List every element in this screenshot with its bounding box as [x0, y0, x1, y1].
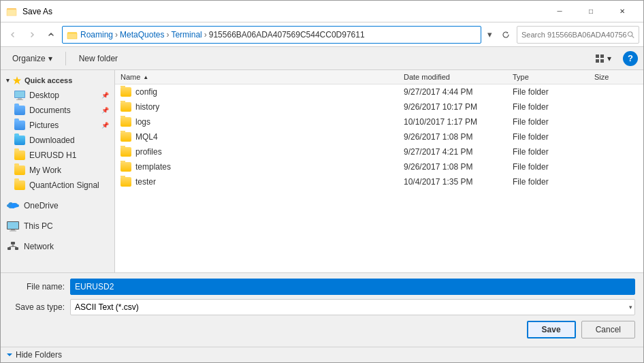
- sidebar-item-onedrive[interactable]: OneDrive: [1, 195, 114, 216]
- view-icon: [595, 54, 605, 63]
- folder-icon: [120, 117, 131, 127]
- title-bar: Save As ─ □ ✕: [1, 1, 643, 22]
- svg-rect-13: [15, 91, 25, 97]
- hide-folders-arrow-icon: [6, 351, 13, 358]
- organize-button[interactable]: Organize ▾: [6, 51, 59, 66]
- quick-access-section: ▾ Quick access: [1, 73, 114, 193]
- pin-icon: 📌: [101, 92, 109, 99]
- file-date-cell: 10/4/2017 1:35 PM: [398, 176, 507, 188]
- file-size-cell: [589, 91, 643, 93]
- file-type-cell: File folder: [507, 116, 589, 128]
- file-size-cell: [589, 106, 643, 108]
- file-type-cell: File folder: [507, 101, 589, 113]
- hide-folders-bar[interactable]: Hide Folders: [1, 347, 643, 362]
- pictures-icon: [14, 120, 25, 131]
- filename-input[interactable]: [70, 279, 635, 295]
- table-row[interactable]: MQL4 9/26/2017 1:08 PM File folder: [115, 129, 643, 144]
- sidebar-item-eurusd[interactable]: EURUSD H1: [1, 148, 114, 163]
- mywork-folder-icon: [14, 165, 25, 176]
- folder-icon: [120, 102, 131, 112]
- back-button[interactable]: [5, 27, 21, 43]
- svg-rect-20: [11, 242, 15, 244]
- breadcrumb-metaquotes[interactable]: MetaQuotes: [120, 30, 164, 40]
- table-row[interactable]: history 9/26/2017 10:17 PM File folder: [115, 99, 643, 114]
- file-name-cell: MQL4: [115, 131, 398, 143]
- svg-rect-10: [600, 59, 604, 63]
- breadcrumb-current: 915566BA06ADA407569C544CC0D97611: [209, 30, 365, 40]
- new-folder-button[interactable]: New folder: [73, 51, 124, 66]
- documents-icon: [14, 105, 25, 116]
- downloaded-icon: [14, 135, 25, 146]
- pin-icon-pics: 📌: [101, 122, 109, 129]
- svg-rect-2: [7, 10, 16, 16]
- col-header-name[interactable]: Name ▲: [115, 70, 398, 84]
- dialog-title: Save As: [22, 7, 544, 16]
- file-name-cell: tester: [115, 176, 398, 188]
- svg-point-5: [628, 31, 632, 36]
- col-header-date[interactable]: Date modified: [398, 70, 507, 84]
- file-name-text: history: [135, 102, 159, 112]
- saveastype-select[interactable]: ASCII Text (*.csv)CSV (*.csv)All Files (…: [70, 299, 635, 315]
- quick-access-header[interactable]: ▾ Quick access: [1, 73, 114, 88]
- svg-rect-19: [10, 231, 16, 232]
- file-size-cell: [589, 180, 643, 183]
- search-box[interactable]: [517, 26, 639, 44]
- dialog-icon: [6, 6, 17, 17]
- thispc-icon: [6, 219, 20, 233]
- sidebar-item-documents[interactable]: Documents 📌: [1, 103, 114, 118]
- forward-button[interactable]: [24, 27, 40, 43]
- file-size-cell: [589, 136, 643, 138]
- file-size-cell: [589, 165, 643, 168]
- sidebar-item-pictures[interactable]: Pictures 📌: [1, 118, 114, 133]
- svg-rect-15: [16, 99, 23, 100]
- save-button[interactable]: Save: [527, 321, 576, 338]
- sidebar-item-downloaded[interactable]: Downloaded: [1, 133, 114, 148]
- svg-marker-26: [7, 353, 12, 356]
- file-date-cell: 10/10/2017 1:17 PM: [398, 116, 507, 128]
- refresh-button[interactable]: [498, 27, 514, 43]
- folder-icon: [120, 162, 131, 172]
- cancel-button[interactable]: Cancel: [581, 321, 635, 338]
- col-header-type[interactable]: Type: [507, 70, 589, 84]
- folder-icon: [120, 177, 131, 187]
- help-button[interactable]: ?: [623, 51, 638, 66]
- table-row[interactable]: config 9/27/2017 4:44 PM File folder: [115, 84, 643, 99]
- collapse-arrow: ▾: [6, 77, 10, 84]
- sidebar-item-desktop[interactable]: Desktop 📌: [1, 88, 114, 103]
- table-row[interactable]: templates 9/26/2017 1:08 PM File folder: [115, 159, 643, 174]
- minimize-button[interactable]: ─: [544, 1, 575, 22]
- toolbar-separator: [65, 52, 66, 65]
- file-date-cell: 9/26/2017 1:08 PM: [398, 131, 507, 143]
- saveastype-wrapper: ASCII Text (*.csv)CSV (*.csv)All Files (…: [70, 299, 635, 315]
- table-row[interactable]: tester 10/4/2017 1:35 PM File folder: [115, 174, 643, 189]
- sidebar-item-thispc[interactable]: This PC: [1, 216, 114, 236]
- main-content: ▾ Quick access: [1, 70, 643, 272]
- search-input[interactable]: [521, 31, 627, 39]
- sidebar-item-mywork[interactable]: My Work: [1, 163, 114, 178]
- col-header-size[interactable]: Size: [589, 70, 643, 84]
- file-type-cell: File folder: [507, 161, 589, 173]
- folder-icon: [120, 132, 131, 142]
- sidebar-item-quantaction[interactable]: QuantAction Signal: [1, 178, 114, 193]
- svg-rect-4: [67, 33, 77, 39]
- file-list-header: Name ▲ Date modified Type Size: [115, 70, 643, 84]
- desktop-icon: [14, 90, 25, 101]
- view-button[interactable]: ▾: [589, 51, 617, 66]
- sidebar-item-network[interactable]: Network: [1, 236, 114, 257]
- breadcrumb[interactable]: Roaming › MetaQuotes › Terminal › 915566…: [62, 26, 481, 44]
- svg-rect-14: [18, 98, 22, 99]
- svg-rect-22: [15, 247, 18, 250]
- folder-icon: [120, 147, 131, 157]
- file-name-cell: history: [115, 101, 398, 113]
- table-row[interactable]: profiles 9/27/2017 4:21 PM File folder: [115, 144, 643, 159]
- breadcrumb-terminal[interactable]: Terminal: [171, 30, 202, 40]
- maximize-button[interactable]: □: [575, 1, 607, 22]
- close-button[interactable]: ✕: [607, 1, 638, 22]
- bottom-bar: File name: Save as type: ASCII Text (*.c…: [1, 272, 643, 344]
- breadcrumb-roaming[interactable]: Roaming: [80, 30, 113, 40]
- file-name-text: profiles: [135, 147, 162, 157]
- file-type-cell: File folder: [507, 146, 589, 158]
- table-row[interactable]: logs 10/10/2017 1:17 PM File folder: [115, 114, 643, 129]
- address-dropdown-button[interactable]: ▾: [484, 26, 495, 44]
- up-button[interactable]: [43, 27, 59, 43]
